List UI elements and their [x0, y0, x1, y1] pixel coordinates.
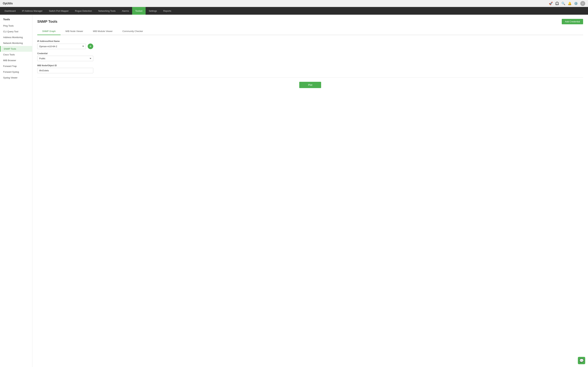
sidebar-item-forward-trap[interactable]: Forward Trap — [0, 63, 32, 69]
ip-form-group: IP Address/Host Name Opman-m10-64-2 + — [37, 40, 93, 49]
form-divider — [37, 77, 583, 78]
bell-icon[interactable]: 🔔 — [568, 1, 571, 5]
tabs: SNMP Graph MIB Node Viewer MIB Module Vi… — [37, 28, 583, 35]
nav-dashboard[interactable]: Dashboard — [1, 7, 19, 15]
headset-icon[interactable]: 🎧 — [555, 1, 559, 5]
nav-reports[interactable]: Reports — [160, 7, 174, 15]
main-content: SNMP Tools Add Credential SNMP Graph MIB… — [32, 15, 588, 367]
gear-icon[interactable]: ⚙️ — [574, 1, 578, 5]
sidebar: Tools Ping Tools CLI Query Tool Address … — [0, 15, 32, 367]
credential-form-group: Credential Public — [37, 52, 93, 61]
sidebar-item-network-monitoring[interactable]: Network Monitoring — [0, 40, 32, 46]
topbar: OpUtils 🚀 🎧 🔍 🔔 ⚙️ U — [0, 0, 588, 7]
layout: Tools Ping Tools CLI Query Tool Address … — [0, 15, 588, 367]
page-header: SNMP Tools Add Credential — [37, 19, 583, 24]
nav-switch-port-mapper[interactable]: Switch Port Mapper — [46, 7, 72, 15]
tab-snmp-graph[interactable]: SNMP Graph — [37, 28, 61, 35]
ip-select[interactable]: Opman-m10-64-2 — [37, 44, 86, 49]
sidebar-item-ping-tools[interactable]: Ping Tools — [0, 23, 32, 29]
sidebar-item-snmp-tools[interactable]: SNMP Tools — [0, 46, 32, 52]
sidebar-item-cli-query-tool[interactable]: CLI Query Tool — [0, 29, 32, 34]
app-title: OpUtils — [3, 2, 13, 5]
credential-select[interactable]: Public — [37, 56, 93, 61]
sidebar-item-address-monitoring[interactable]: Address Monitoring — [0, 34, 32, 40]
page-title: SNMP Tools — [37, 20, 57, 24]
ip-label: IP Address/Host Name — [37, 40, 93, 42]
nav-networking-tools[interactable]: Networking Tools — [95, 7, 119, 15]
sidebar-header: Tools — [0, 17, 32, 23]
sidebar-item-cisco-tools[interactable]: Cisco Tools — [0, 52, 32, 58]
credential-label: Credential — [37, 52, 93, 55]
chat-widget[interactable]: 💬 — [578, 357, 585, 364]
mib-label: MIB Node/Object ID — [37, 64, 93, 67]
sidebar-item-forward-syslog[interactable]: Forward Syslog — [0, 69, 32, 75]
nav-rogue-detection[interactable]: Rogue Detection — [72, 7, 95, 15]
sidebar-item-syslog-viewer[interactable]: Syslog Viewer — [0, 75, 32, 81]
tab-mib-module-viewer[interactable]: MIB Module Viewer — [88, 28, 117, 35]
plot-button[interactable]: Plot — [299, 82, 321, 88]
topbar-icons: 🚀 🎧 🔍 🔔 ⚙️ U — [549, 1, 585, 6]
add-ip-button[interactable]: + — [88, 43, 93, 49]
nav-settings[interactable]: Settings — [146, 7, 160, 15]
search-icon[interactable]: 🔍 — [562, 1, 565, 5]
nav-toolset[interactable]: Toolset — [132, 7, 146, 15]
add-credential-button[interactable]: Add Credential — [562, 19, 583, 24]
tab-mib-node-viewer[interactable]: MIB Node Viewer — [61, 28, 88, 35]
nav-alarms[interactable]: Alarms — [119, 7, 132, 15]
sidebar-item-mib-browser[interactable]: MIB Browser — [0, 58, 32, 63]
avatar[interactable]: U — [580, 1, 585, 6]
mib-input[interactable] — [37, 68, 93, 73]
navbar: Dashboard IP Address Manager Switch Port… — [0, 7, 588, 15]
rocket-icon[interactable]: 🚀 — [549, 1, 553, 5]
nav-ip-address-manager[interactable]: IP Address Manager — [19, 7, 46, 15]
tab-community-checker[interactable]: Community Checker — [117, 28, 148, 35]
mib-form-group: MIB Node/Object ID — [37, 64, 93, 73]
ip-row: Opman-m10-64-2 + — [37, 43, 93, 49]
